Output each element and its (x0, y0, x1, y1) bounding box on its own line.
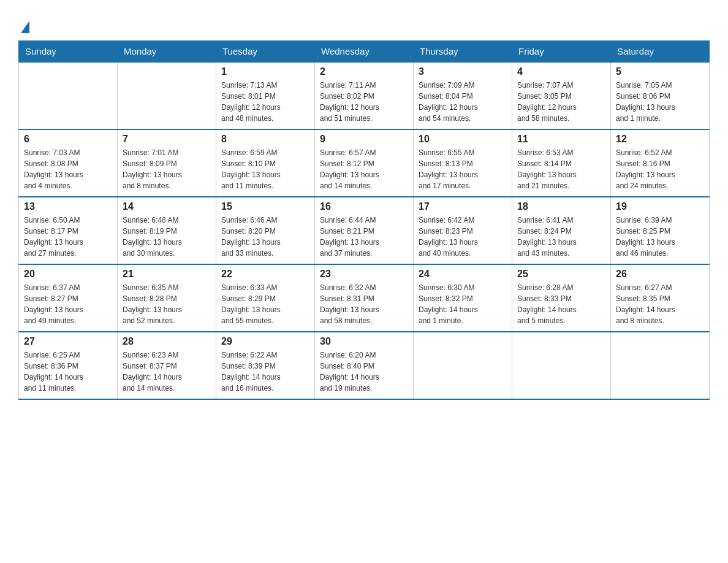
calendar-cell (414, 332, 512, 399)
calendar-cell: 3Sunrise: 7:09 AM Sunset: 8:04 PM Daylig… (414, 62, 512, 129)
calendar-cell (611, 332, 710, 399)
day-number: 2 (320, 66, 408, 77)
day-number: 1 (221, 66, 309, 77)
day-info: Sunrise: 6:53 AM Sunset: 8:14 PM Dayligh… (517, 147, 605, 191)
calendar-cell: 6Sunrise: 7:03 AM Sunset: 8:08 PM Daylig… (19, 129, 118, 197)
day-info: Sunrise: 6:50 AM Sunset: 8:17 PM Dayligh… (24, 215, 112, 259)
day-number: 29 (221, 336, 309, 347)
calendar-cell: 11Sunrise: 6:53 AM Sunset: 8:14 PM Dayli… (512, 129, 611, 197)
day-number: 18 (517, 201, 605, 212)
day-info: Sunrise: 6:44 AM Sunset: 8:21 PM Dayligh… (320, 215, 408, 259)
day-info: Sunrise: 6:41 AM Sunset: 8:24 PM Dayligh… (517, 215, 605, 259)
day-number: 10 (419, 134, 507, 145)
day-number: 7 (123, 134, 211, 145)
week-row-5: 27Sunrise: 6:25 AM Sunset: 8:36 PM Dayli… (19, 332, 710, 399)
calendar-cell: 27Sunrise: 6:25 AM Sunset: 8:36 PM Dayli… (19, 332, 118, 399)
day-number: 20 (24, 269, 112, 280)
day-info: Sunrise: 6:48 AM Sunset: 8:19 PM Dayligh… (123, 215, 211, 259)
week-row-4: 20Sunrise: 6:37 AM Sunset: 8:27 PM Dayli… (19, 264, 710, 332)
calendar-cell: 14Sunrise: 6:48 AM Sunset: 8:19 PM Dayli… (118, 197, 216, 264)
calendar-cell: 10Sunrise: 6:55 AM Sunset: 8:13 PM Dayli… (414, 129, 512, 197)
page-header (18, 12, 710, 31)
day-info: Sunrise: 6:42 AM Sunset: 8:23 PM Dayligh… (419, 215, 507, 259)
calendar-cell: 7Sunrise: 7:01 AM Sunset: 8:09 PM Daylig… (118, 129, 216, 197)
calendar-cell: 1Sunrise: 7:13 AM Sunset: 8:01 PM Daylig… (216, 62, 315, 129)
day-info: Sunrise: 6:59 AM Sunset: 8:10 PM Dayligh… (221, 147, 309, 191)
day-number: 4 (517, 66, 605, 77)
calendar-body: 1Sunrise: 7:13 AM Sunset: 8:01 PM Daylig… (19, 62, 710, 399)
header-day-tuesday: Tuesday (216, 41, 315, 63)
day-info: Sunrise: 6:57 AM Sunset: 8:12 PM Dayligh… (320, 147, 408, 191)
day-info: Sunrise: 7:01 AM Sunset: 8:09 PM Dayligh… (123, 147, 211, 191)
calendar-cell: 18Sunrise: 6:41 AM Sunset: 8:24 PM Dayli… (512, 197, 611, 264)
calendar-cell: 30Sunrise: 6:20 AM Sunset: 8:40 PM Dayli… (315, 332, 414, 399)
calendar-cell: 26Sunrise: 6:27 AM Sunset: 8:35 PM Dayli… (611, 264, 710, 332)
day-number: 24 (419, 269, 507, 280)
calendar-cell: 21Sunrise: 6:35 AM Sunset: 8:28 PM Dayli… (118, 264, 216, 332)
day-number: 23 (320, 269, 408, 280)
day-info: Sunrise: 7:11 AM Sunset: 8:02 PM Dayligh… (320, 80, 408, 124)
calendar-cell: 9Sunrise: 6:57 AM Sunset: 8:12 PM Daylig… (315, 129, 414, 197)
day-number: 12 (616, 134, 704, 145)
day-info: Sunrise: 6:52 AM Sunset: 8:16 PM Dayligh… (616, 147, 704, 191)
calendar-cell: 20Sunrise: 6:37 AM Sunset: 8:27 PM Dayli… (19, 264, 118, 332)
day-number: 14 (123, 201, 211, 212)
calendar-cell: 2Sunrise: 7:11 AM Sunset: 8:02 PM Daylig… (315, 62, 414, 129)
calendar-cell: 13Sunrise: 6:50 AM Sunset: 8:17 PM Dayli… (19, 197, 118, 264)
day-number: 16 (320, 201, 408, 212)
day-info: Sunrise: 7:05 AM Sunset: 8:06 PM Dayligh… (616, 80, 704, 124)
header-day-monday: Monday (118, 41, 216, 63)
day-info: Sunrise: 6:37 AM Sunset: 8:27 PM Dayligh… (24, 282, 112, 326)
logo (18, 18, 29, 31)
days-of-week-row: SundayMondayTuesdayWednesdayThursdayFrid… (19, 41, 710, 63)
calendar-cell: 4Sunrise: 7:07 AM Sunset: 8:05 PM Daylig… (512, 62, 611, 129)
calendar-cell: 5Sunrise: 7:05 AM Sunset: 8:06 PM Daylig… (611, 62, 710, 129)
day-info: Sunrise: 6:22 AM Sunset: 8:39 PM Dayligh… (221, 350, 309, 394)
day-number: 17 (419, 201, 507, 212)
day-number: 3 (419, 66, 507, 77)
week-row-2: 6Sunrise: 7:03 AM Sunset: 8:08 PM Daylig… (19, 129, 710, 197)
day-number: 8 (221, 134, 309, 145)
day-info: Sunrise: 6:55 AM Sunset: 8:13 PM Dayligh… (419, 147, 507, 191)
calendar-header: SundayMondayTuesdayWednesdayThursdayFrid… (19, 41, 710, 63)
day-number: 9 (320, 134, 408, 145)
calendar-cell: 25Sunrise: 6:28 AM Sunset: 8:33 PM Dayli… (512, 264, 611, 332)
calendar-cell: 15Sunrise: 6:46 AM Sunset: 8:20 PM Dayli… (216, 197, 315, 264)
header-day-saturday: Saturday (611, 41, 710, 63)
calendar-cell (512, 332, 611, 399)
day-number: 27 (24, 336, 112, 347)
day-number: 6 (24, 134, 112, 145)
calendar-cell: 22Sunrise: 6:33 AM Sunset: 8:29 PM Dayli… (216, 264, 315, 332)
day-info: Sunrise: 6:46 AM Sunset: 8:20 PM Dayligh… (221, 215, 309, 259)
day-info: Sunrise: 6:39 AM Sunset: 8:25 PM Dayligh… (616, 215, 704, 259)
day-info: Sunrise: 6:35 AM Sunset: 8:28 PM Dayligh… (123, 282, 211, 326)
day-info: Sunrise: 6:27 AM Sunset: 8:35 PM Dayligh… (616, 282, 704, 326)
day-number: 25 (517, 269, 605, 280)
calendar-cell: 8Sunrise: 6:59 AM Sunset: 8:10 PM Daylig… (216, 129, 315, 197)
day-number: 22 (221, 269, 309, 280)
day-number: 19 (616, 201, 704, 212)
day-info: Sunrise: 6:28 AM Sunset: 8:33 PM Dayligh… (517, 282, 605, 326)
logo-text (18, 18, 29, 33)
calendar-cell: 12Sunrise: 6:52 AM Sunset: 8:16 PM Dayli… (611, 129, 710, 197)
day-number: 15 (221, 201, 309, 212)
calendar-cell: 19Sunrise: 6:39 AM Sunset: 8:25 PM Dayli… (611, 197, 710, 264)
day-number: 21 (123, 269, 211, 280)
day-info: Sunrise: 6:30 AM Sunset: 8:32 PM Dayligh… (419, 282, 507, 326)
week-row-1: 1Sunrise: 7:13 AM Sunset: 8:01 PM Daylig… (19, 62, 710, 129)
day-info: Sunrise: 6:25 AM Sunset: 8:36 PM Dayligh… (24, 350, 112, 394)
day-number: 11 (517, 134, 605, 145)
day-info: Sunrise: 6:32 AM Sunset: 8:31 PM Dayligh… (320, 282, 408, 326)
calendar-cell: 29Sunrise: 6:22 AM Sunset: 8:39 PM Dayli… (216, 332, 315, 399)
day-number: 28 (123, 336, 211, 347)
day-info: Sunrise: 7:09 AM Sunset: 8:04 PM Dayligh… (419, 80, 507, 124)
calendar-cell (118, 62, 216, 129)
calendar-cell: 23Sunrise: 6:32 AM Sunset: 8:31 PM Dayli… (315, 264, 414, 332)
logo-triangle-icon (21, 21, 29, 33)
calendar-cell: 17Sunrise: 6:42 AM Sunset: 8:23 PM Dayli… (414, 197, 512, 264)
day-number: 26 (616, 269, 704, 280)
header-day-wednesday: Wednesday (315, 41, 414, 63)
day-info: Sunrise: 6:33 AM Sunset: 8:29 PM Dayligh… (221, 282, 309, 326)
calendar-cell: 16Sunrise: 6:44 AM Sunset: 8:21 PM Dayli… (315, 197, 414, 264)
day-info: Sunrise: 7:03 AM Sunset: 8:08 PM Dayligh… (24, 147, 112, 191)
